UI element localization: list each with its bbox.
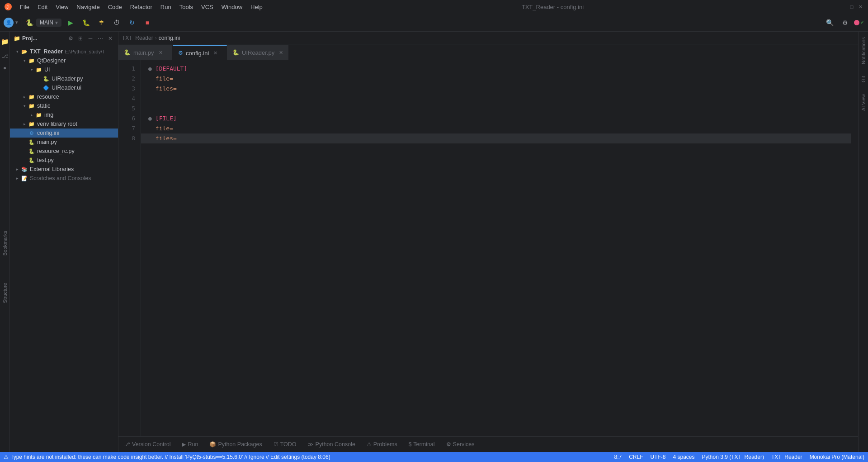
debug-button[interactable]: 🐛 <box>80 16 92 29</box>
menu-tools[interactable]: Tools <box>176 3 197 11</box>
tab-todo[interactable]: ☑ TODO <box>268 437 302 452</box>
tab-problems[interactable]: ⚠ Problems <box>361 437 403 452</box>
run-config-selector[interactable]: MAIN ▾ <box>36 19 61 27</box>
menu-view[interactable]: View <box>52 3 72 11</box>
panel-menu-icon[interactable]: ⋯ <box>96 34 104 43</box>
stop-button[interactable]: ■ <box>141 16 154 29</box>
tab-icon-uireader-py: 🐍 <box>232 49 239 56</box>
user-avatar[interactable]: 👤 <box>4 18 14 28</box>
menu-refactor[interactable]: Refactor <box>127 3 156 11</box>
tree-item-resource-rc-py[interactable]: 🐍 resource_rc.py <box>10 147 118 156</box>
git-label[interactable]: Git <box>860 72 867 86</box>
menu-edit[interactable]: Edit <box>34 3 51 11</box>
menu-navigate[interactable]: Navigate <box>73 3 103 11</box>
code-line-6: ● [FILE] <box>148 114 851 124</box>
breadcrumb-current[interactable]: config.ini <box>159 35 180 41</box>
tree-item-txt-reader[interactable]: ▾ 📂 TXT_Reader E:\Python_study\T <box>10 47 118 56</box>
menu-help[interactable]: Help <box>247 3 266 11</box>
tab-python-packages[interactable]: 📦 Python Packages <box>204 437 268 452</box>
run-button[interactable]: ▶ <box>64 16 77 29</box>
tree-label-uireader-py: UIReader.py <box>52 76 83 82</box>
tab-label-services: Services <box>453 441 475 448</box>
encoding[interactable]: UTF-8 <box>650 454 665 460</box>
tab-main-py[interactable]: 🐍 main.py ✕ <box>118 45 173 60</box>
notifications-label[interactable]: Notifications <box>860 33 867 68</box>
tree-item-uireader-py[interactable]: 🐍 UIReader.py <box>10 74 118 83</box>
panel-expand-icon[interactable]: ⊞ <box>76 34 85 43</box>
user-menu-button[interactable]: ▾ <box>15 19 18 25</box>
tab-terminal[interactable]: $ Terminal <box>403 437 441 452</box>
tab-close-config-ini[interactable]: ✕ <box>213 50 217 56</box>
tree-label-static: static <box>37 103 50 109</box>
tree-item-img[interactable]: ▸ 📁 img <box>10 110 118 119</box>
tree-item-scratches[interactable]: ▸ 📝 Scratches and Consoles <box>10 174 118 183</box>
apply-changes-button[interactable]: ↻ <box>126 16 138 29</box>
tree-arrow: ▸ <box>14 176 21 181</box>
tree-item-uireader-ui[interactable]: 🔷 UIReader.ui <box>10 83 118 92</box>
tab-config-ini[interactable]: ⚙ config.ini ✕ <box>173 45 227 60</box>
aiview-label[interactable]: AI View <box>860 90 867 114</box>
python-icon-area: 🐍 <box>26 19 33 26</box>
panel-collapse-icon[interactable]: ─ <box>86 34 94 43</box>
menu-code[interactable]: Code <box>104 3 126 11</box>
folder-icon: 📁 <box>28 93 35 100</box>
menu-run[interactable]: Run <box>157 3 175 11</box>
line-ending[interactable]: CRLF <box>629 454 643 460</box>
tree-item-static[interactable]: ▾ 📁 static <box>10 101 118 110</box>
code-line-8: ● files= <box>141 133 851 143</box>
vcs-branch[interactable]: TXT_Reader <box>771 454 802 460</box>
tree-item-resource[interactable]: ▸ 📁 resource <box>10 92 118 101</box>
code-content[interactable]: ● [DEFAULT] ● file= ● files= <box>141 60 858 436</box>
tab-uireader-py[interactable]: 🐍 UIReader.py ✕ <box>227 45 289 60</box>
tab-close-uireader-py[interactable]: ✕ <box>279 50 283 56</box>
vcs-icon[interactable]: ⎇ <box>1 51 9 62</box>
theme[interactable]: Monokai Pro (Material) <box>810 454 864 460</box>
code-line-7: ● file= <box>148 124 851 133</box>
breadcrumb-root[interactable]: TXT_Reader <box>122 35 153 41</box>
settings-button[interactable]: ⚙ <box>839 16 851 29</box>
menu-bar: File Edit View Navigate Code Refactor Ru… <box>16 3 266 11</box>
structure-label[interactable]: Structure <box>2 283 8 303</box>
project-panel-header: 📁 Proj... ⚙ ⊞ ─ ⋯ ✕ <box>10 32 118 45</box>
tree-label-scratches: Scratches and Consoles <box>30 175 91 181</box>
panel-close-icon[interactable]: ✕ <box>106 34 114 43</box>
panel-settings-icon[interactable]: ⚙ <box>66 34 75 43</box>
py-file-icon: 🐍 <box>28 148 35 155</box>
breadcrumb-sep: › <box>155 35 157 41</box>
menu-file[interactable]: File <box>16 3 33 11</box>
tab-close-main-py[interactable]: ✕ <box>159 50 163 56</box>
main-layout: 📁 ⎇ ● Bookmarks Structure 📁 Proj... ⚙ ⊞ … <box>0 32 868 452</box>
tree-label-external-libs: External Libraries <box>30 166 74 172</box>
tab-version-control[interactable]: ⎇ Version Control <box>118 437 176 452</box>
tree-item-main-py[interactable]: 🐍 main.py <box>10 138 118 147</box>
menu-window[interactable]: Window <box>218 3 246 11</box>
coverage-button[interactable]: ☂ <box>95 16 108 29</box>
tab-services[interactable]: ⚙ Services <box>441 437 481 452</box>
window-controls: ─ □ ✕ <box>839 3 864 10</box>
project-icon[interactable]: 📁 <box>1 33 9 50</box>
tree-item-qtdesigner[interactable]: ▾ 📁 QtDesigner <box>10 56 118 65</box>
bookmarks-label[interactable]: Bookmarks <box>2 231 8 256</box>
interpreter[interactable]: Python 3.9 (TXT_Reader) <box>702 454 764 460</box>
folder-icon: 📁 <box>28 102 35 110</box>
profile-button[interactable]: ⏱ <box>110 16 123 29</box>
tree-item-venv[interactable]: ▸ 📁 venv library root <box>10 119 118 129</box>
tree-item-ui[interactable]: ▾ 📁 UI <box>10 65 118 74</box>
tree-item-config-ini[interactable]: ⚙ config.ini <box>10 129 118 138</box>
minimize-button[interactable]: ─ <box>839 3 846 10</box>
search-button[interactable]: 🔍 <box>823 16 836 29</box>
tree-item-test-py[interactable]: 🐍 test.py <box>10 156 118 165</box>
commit-icon[interactable]: ● <box>1 62 9 73</box>
tab-python-console[interactable]: ≫ Python Console <box>302 437 361 452</box>
maximize-button[interactable]: □ <box>848 3 855 10</box>
tab-label-version-control: Version Control <box>132 441 170 448</box>
cursor-position[interactable]: 8:7 <box>614 454 622 460</box>
code-editor[interactable]: 1 2 3 4 5 6 7 8 ● [DEFAULT] ● file= <box>118 60 858 436</box>
menu-vcs[interactable]: VCS <box>198 3 217 11</box>
tree-item-external-libs[interactable]: ▸ 📚 External Libraries <box>10 165 118 174</box>
status-message[interactable]: Type hints are not installed: these can … <box>10 454 330 460</box>
indent[interactable]: 4 spaces <box>673 454 694 460</box>
tab-run[interactable]: ▶ Run <box>176 437 204 452</box>
version-control-icon: ⎇ <box>124 441 130 448</box>
close-button[interactable]: ✕ <box>857 3 864 10</box>
